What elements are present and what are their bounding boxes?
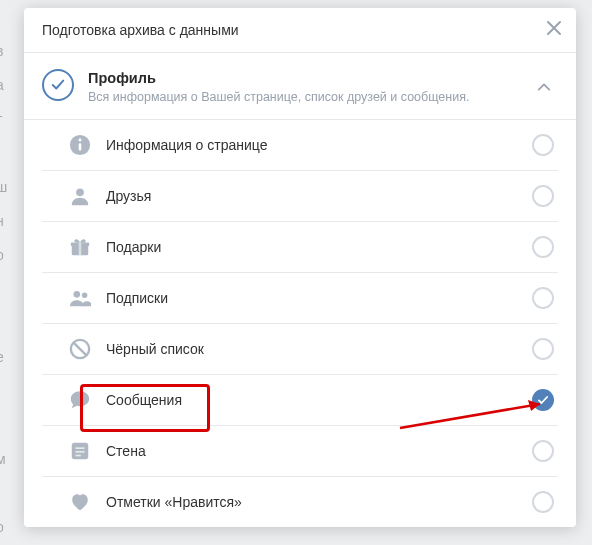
svg-rect-12 xyxy=(75,447,84,449)
row-info[interactable]: Информация о странице xyxy=(42,120,558,170)
row-radio[interactable] xyxy=(532,134,554,156)
people-icon xyxy=(68,286,92,310)
svg-point-8 xyxy=(82,293,88,299)
row-radio[interactable] xyxy=(532,287,554,309)
row-radio[interactable] xyxy=(532,185,554,207)
row-label: Сообщения xyxy=(106,392,532,408)
row-messages[interactable]: Сообщения xyxy=(42,374,558,425)
row-blacklist[interactable]: Чёрный список xyxy=(42,323,558,374)
svg-line-10 xyxy=(74,343,87,356)
row-label: Отметки «Нравится» xyxy=(106,494,532,510)
svg-point-3 xyxy=(76,188,84,196)
section-title: Профиль xyxy=(88,69,530,87)
row-label: Подарки xyxy=(106,239,532,255)
wall-icon xyxy=(68,439,92,463)
svg-point-2 xyxy=(79,139,82,142)
row-label: Чёрный список xyxy=(106,341,532,357)
svg-rect-1 xyxy=(79,143,82,150)
dialog-header: Подготовка архива с данными xyxy=(24,8,576,53)
profile-section-header[interactable]: Профиль Вся информация о Вашей странице,… xyxy=(24,53,576,120)
row-label: Подписки xyxy=(106,290,532,306)
svg-rect-6 xyxy=(79,242,82,255)
section-description: Вся информация о Вашей странице, список … xyxy=(88,89,530,105)
row-radio[interactable] xyxy=(532,236,554,258)
dialog-title: Подготовка архива с данными xyxy=(42,22,239,38)
heart-icon xyxy=(68,490,92,514)
svg-rect-13 xyxy=(75,451,84,453)
background-obscured-text: ватшноемо xyxy=(0,0,7,544)
row-radio-checked[interactable] xyxy=(532,389,554,411)
row-radio[interactable] xyxy=(532,338,554,360)
row-radio[interactable] xyxy=(532,491,554,513)
svg-rect-14 xyxy=(75,455,81,457)
chat-icon xyxy=(68,388,92,412)
section-check-icon xyxy=(42,69,74,101)
chevron-up-icon[interactable] xyxy=(530,80,558,94)
row-label: Друзья xyxy=(106,188,532,204)
person-icon xyxy=(68,184,92,208)
row-likes[interactable]: Отметки «Нравится» xyxy=(42,476,558,527)
row-radio[interactable] xyxy=(532,440,554,462)
export-data-dialog: Подготовка архива с данными Профиль Вся … xyxy=(24,8,576,527)
svg-point-7 xyxy=(73,291,80,298)
row-gifts[interactable]: Подарки xyxy=(42,221,558,272)
row-wall[interactable]: Стена xyxy=(42,425,558,476)
profile-rows: Информация о странице Друзья Подарки xyxy=(24,120,576,527)
row-label: Стена xyxy=(106,443,532,459)
row-subs[interactable]: Подписки xyxy=(42,272,558,323)
ban-icon xyxy=(68,337,92,361)
close-icon[interactable] xyxy=(546,20,562,36)
info-icon xyxy=(68,133,92,157)
gift-icon xyxy=(68,235,92,259)
row-friends[interactable]: Друзья xyxy=(42,170,558,221)
row-label: Информация о странице xyxy=(106,137,532,153)
